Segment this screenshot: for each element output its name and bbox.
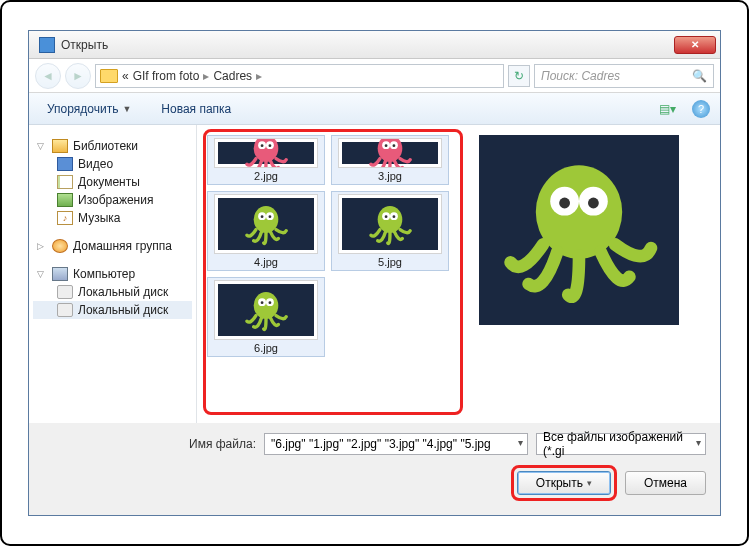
file-thumbnail[interactable]: 5.jpg bbox=[331, 191, 449, 271]
preview-image bbox=[479, 135, 679, 325]
svg-point-14 bbox=[269, 215, 272, 218]
sidebar: ▽ Библиотеки Видео Документы Изображения… bbox=[29, 125, 197, 423]
svg-point-4 bbox=[269, 144, 272, 147]
back-button[interactable]: ◄ bbox=[35, 63, 61, 89]
svg-point-3 bbox=[261, 144, 264, 147]
filename-label: Имя файла: bbox=[189, 437, 256, 451]
svg-point-8 bbox=[385, 144, 388, 147]
new-folder-button[interactable]: Новая папка bbox=[153, 98, 239, 120]
forward-button[interactable]: ► bbox=[65, 63, 91, 89]
disk-icon bbox=[57, 285, 73, 299]
expand-icon: ▽ bbox=[37, 269, 47, 279]
image-icon bbox=[57, 193, 73, 207]
expand-icon: ▷ bbox=[37, 241, 47, 251]
sidebar-libraries[interactable]: ▽ Библиотеки bbox=[33, 137, 192, 155]
sidebar-item-video[interactable]: Видео bbox=[33, 155, 192, 173]
search-input[interactable]: Поиск: Cadres 🔍 bbox=[534, 64, 714, 88]
file-name: 5.jpg bbox=[378, 256, 402, 268]
svg-point-24 bbox=[269, 301, 272, 304]
folder-icon bbox=[100, 69, 118, 83]
svg-point-13 bbox=[261, 215, 264, 218]
view-button[interactable]: ▤▾ bbox=[656, 99, 678, 119]
chevron-down-icon: ▼ bbox=[122, 104, 131, 114]
breadcrumb-prefix: « bbox=[122, 69, 129, 83]
close-button[interactable]: ✕ bbox=[674, 36, 716, 54]
music-icon: ♪ bbox=[57, 211, 73, 225]
file-name: 3.jpg bbox=[378, 170, 402, 182]
disk-icon bbox=[57, 303, 73, 317]
file-name: 2.jpg bbox=[254, 170, 278, 182]
chevron-right-icon: ▸ bbox=[203, 69, 209, 83]
organize-button[interactable]: Упорядочить ▼ bbox=[39, 98, 139, 120]
dialog-footer: Имя файла: "6.jpg" "1.jpg" "2.jpg" "3.jp… bbox=[29, 423, 720, 515]
sidebar-item-disk[interactable]: Локальный диск bbox=[33, 283, 192, 301]
file-thumbnail[interactable]: 3.jpg bbox=[331, 135, 449, 185]
file-name: 6.jpg bbox=[254, 342, 278, 354]
sidebar-homegroup[interactable]: ▷ Домашняя группа bbox=[33, 237, 192, 255]
file-type-filter[interactable]: Все файлы изображений (*.gi bbox=[536, 433, 706, 455]
highlight-annotation: Открыть bbox=[511, 465, 617, 501]
svg-point-19 bbox=[393, 215, 396, 218]
sidebar-item-disk[interactable]: Локальный диск bbox=[33, 301, 192, 319]
svg-point-28 bbox=[559, 198, 570, 209]
svg-point-9 bbox=[393, 144, 396, 147]
help-button[interactable]: ? bbox=[692, 100, 710, 118]
open-file-dialog: Открыть ✕ ◄ ► « GIf from foto ▸ Cadres ▸… bbox=[28, 30, 721, 516]
search-placeholder: Поиск: Cadres bbox=[541, 69, 620, 83]
breadcrumb[interactable]: « GIf from foto ▸ Cadres ▸ bbox=[95, 64, 504, 88]
breadcrumb-seg[interactable]: Cadres bbox=[213, 69, 252, 83]
sidebar-item-documents[interactable]: Документы bbox=[33, 173, 192, 191]
preview-pane bbox=[471, 129, 716, 419]
svg-point-23 bbox=[261, 301, 264, 304]
sidebar-computer[interactable]: ▽ Компьютер bbox=[33, 265, 192, 283]
search-icon: 🔍 bbox=[692, 69, 707, 83]
window-title: Открыть bbox=[61, 38, 674, 52]
file-thumbnail[interactable]: 6.jpg bbox=[207, 277, 325, 357]
computer-icon bbox=[52, 267, 68, 281]
file-grid[interactable]: 2.jpg3.jpg4.jpg5.jpg6.jpg bbox=[201, 129, 471, 419]
open-button[interactable]: Открыть bbox=[517, 471, 611, 495]
file-thumbnail[interactable]: 2.jpg bbox=[207, 135, 325, 185]
app-icon bbox=[39, 37, 55, 53]
toolbar: Упорядочить ▼ Новая папка ▤▾ ? bbox=[29, 93, 720, 125]
expand-icon: ▽ bbox=[37, 141, 47, 151]
video-icon bbox=[57, 157, 73, 171]
homegroup-icon bbox=[52, 239, 68, 253]
libraries-icon bbox=[52, 139, 68, 153]
file-pane: 2.jpg3.jpg4.jpg5.jpg6.jpg bbox=[197, 125, 720, 423]
titlebar: Открыть ✕ bbox=[29, 31, 720, 59]
document-icon bbox=[57, 175, 73, 189]
svg-point-18 bbox=[385, 215, 388, 218]
sidebar-item-music[interactable]: ♪Музыка bbox=[33, 209, 192, 227]
file-thumbnail[interactable]: 4.jpg bbox=[207, 191, 325, 271]
filename-input[interactable]: "6.jpg" "1.jpg" "2.jpg" "3.jpg" "4.jpg" … bbox=[264, 433, 528, 455]
cancel-button[interactable]: Отмена bbox=[625, 471, 706, 495]
refresh-button[interactable]: ↻ bbox=[508, 65, 530, 87]
svg-point-29 bbox=[588, 198, 599, 209]
nav-bar: ◄ ► « GIf from foto ▸ Cadres ▸ ↻ Поиск: … bbox=[29, 59, 720, 93]
chevron-right-icon: ▸ bbox=[256, 69, 262, 83]
file-name: 4.jpg bbox=[254, 256, 278, 268]
sidebar-item-images[interactable]: Изображения bbox=[33, 191, 192, 209]
breadcrumb-seg[interactable]: GIf from foto bbox=[133, 69, 200, 83]
